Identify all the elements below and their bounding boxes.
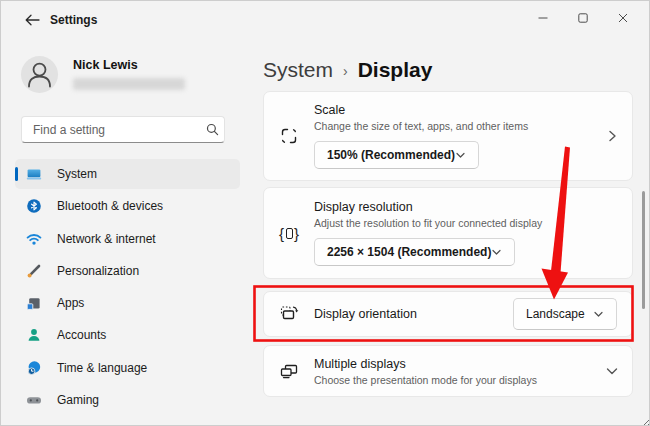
scale-subtitle: Change the size of text, apps, and other… [314, 120, 592, 132]
resolution-subtitle: Adjust the resolution to fit your connec… [314, 217, 592, 229]
scale-title: Scale [314, 103, 592, 117]
orientation-icon [264, 304, 314, 324]
sidebar-item-label: Gaming [57, 393, 99, 407]
chevron-down-icon [593, 309, 604, 319]
wifi-icon [26, 231, 42, 247]
sidebar-item-label: Bluetooth & devices [57, 199, 163, 213]
accounts-icon [26, 327, 42, 343]
sidebar-item-label: Personalization [57, 264, 139, 278]
time-language-icon [26, 360, 42, 376]
scale-card[interactable]: Scale Change the size of text, apps, and… [263, 91, 633, 181]
person-icon [21, 56, 58, 93]
orientation-title: Display orientation [314, 307, 513, 321]
sidebar-item-label: Time & language [57, 361, 147, 375]
scale-dropdown-value: 150% (Recommended) [327, 148, 455, 162]
sidebar-item-system[interactable]: System [15, 159, 240, 189]
settings-window: Settings [0, 0, 650, 426]
expand-chevron-down-icon[interactable] [592, 365, 632, 377]
scrollbar-thumb[interactable] [642, 191, 645, 309]
sidebar-item-label: Apps [57, 296, 84, 310]
system-icon [26, 166, 42, 182]
multiple-displays-subtitle: Choose the presentation mode for your di… [314, 374, 592, 386]
multiple-displays-card[interactable]: Multiple displays Choose the presentatio… [263, 345, 633, 397]
display-resolution-card[interactable]: {} Display resolution Adjust the resolut… [263, 187, 633, 279]
close-button[interactable] [603, 1, 643, 35]
sidebar-item-accounts[interactable]: Accounts [15, 320, 240, 350]
search-icon [200, 123, 224, 136]
resolution-title: Display resolution [314, 200, 592, 214]
sidebar-item-label: System [57, 167, 97, 181]
search-box[interactable] [21, 116, 225, 143]
window-title: Settings [50, 13, 97, 27]
sidebar-item-label: Network & internet [57, 232, 156, 246]
breadcrumb: System › Display [263, 41, 633, 91]
chevron-right-icon [592, 129, 632, 143]
sidebar-item-label: Accounts [57, 328, 106, 342]
resize-grip-icon [643, 419, 650, 426]
display-orientation-card[interactable]: Display orientation Landscape [263, 291, 633, 337]
apps-icon [26, 295, 42, 311]
profile-name: Nick Lewis [73, 58, 138, 72]
back-arrow-icon [25, 14, 40, 26]
orientation-dropdown-value: Landscape [526, 307, 585, 321]
sidebar-item-bluetooth-devices[interactable]: Bluetooth & devices [15, 191, 240, 221]
maximize-button[interactable] [563, 1, 603, 35]
sidebar-item-time-language[interactable]: Time & language [15, 353, 240, 383]
scale-dropdown[interactable]: 150% (Recommended) [314, 141, 479, 169]
breadcrumb-separator-icon: › [343, 63, 348, 79]
multiple-displays-icon [264, 361, 314, 381]
bluetooth-icon [26, 198, 42, 214]
scale-icon [264, 126, 314, 146]
page-title: Display [358, 58, 433, 82]
sidebar-nav: System Bluetooth & devices [1, 159, 247, 417]
sidebar: Nick Lewis [1, 41, 247, 425]
chevron-down-icon [455, 150, 466, 160]
main-content: System › Display Scale Change the size o… [263, 41, 633, 397]
chevron-down-icon [491, 247, 502, 257]
avatar[interactable] [21, 56, 58, 93]
maximize-icon [578, 13, 588, 23]
back-button[interactable] [21, 9, 43, 31]
breadcrumb-parent[interactable]: System [263, 58, 333, 82]
resolution-dropdown[interactable]: 2256 × 1504 (Recommended) [314, 238, 515, 266]
gamepad-icon [26, 392, 42, 408]
brush-icon [26, 263, 42, 279]
sidebar-item-network-internet[interactable]: Network & internet [15, 224, 240, 254]
multiple-displays-title: Multiple displays [314, 357, 592, 371]
minimize-button[interactable] [523, 1, 563, 35]
orientation-dropdown[interactable]: Landscape [513, 298, 617, 330]
close-icon [618, 13, 628, 23]
sidebar-item-apps[interactable]: Apps [15, 288, 240, 318]
search-input[interactable] [22, 123, 200, 137]
sidebar-item-personalization[interactable]: Personalization [15, 256, 240, 286]
minimize-icon [538, 13, 548, 23]
resolution-icon: {} [264, 225, 314, 242]
profile-email-redacted [73, 78, 185, 90]
sidebar-item-gaming[interactable]: Gaming [15, 385, 240, 415]
resolution-dropdown-value: 2256 × 1504 (Recommended) [327, 245, 491, 259]
titlebar: Settings [1, 1, 649, 41]
